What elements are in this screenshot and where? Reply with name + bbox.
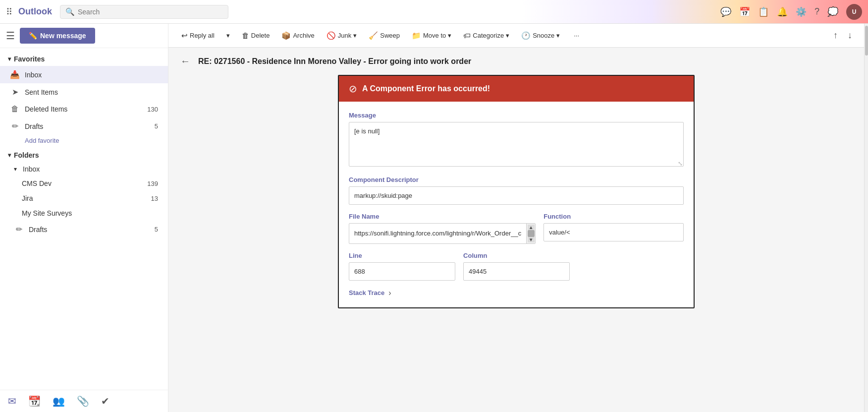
column-input[interactable] <box>463 262 570 281</box>
message-section: Message ⤡ <box>349 112 684 168</box>
search-icon: 🔍 <box>65 7 75 16</box>
resize-handle: ⤡ <box>678 160 683 167</box>
app-grid-icon[interactable]: ⠿ <box>6 6 12 17</box>
error-header: ⊘ A Component Error has occurred! <box>339 76 694 102</box>
categorize-button[interactable]: 🏷 Categorize ▾ <box>458 28 514 43</box>
folders-label: Folders <box>14 151 39 159</box>
cms-dev-label: CMS Dev <box>22 179 142 187</box>
sidebar-item-folders-drafts[interactable]: ✏ Drafts 5 <box>0 221 168 238</box>
right-scrollbar <box>864 24 868 412</box>
chevron-down-icon-folders: ▾ <box>8 152 11 159</box>
sweep-button[interactable]: 🧹 Sweep <box>364 28 405 43</box>
delete-button[interactable]: 🗑 Delete <box>237 28 275 43</box>
email-view: ← RE: 0271560 - Residence Inn Moreno Val… <box>168 48 864 412</box>
chat-icon[interactable]: 💬 <box>720 6 731 17</box>
inbox-label: Inbox <box>25 71 158 79</box>
tasks-bottom-icon[interactable]: ✔ <box>101 395 109 407</box>
back-button[interactable]: ← <box>178 54 192 69</box>
junk-chevron: ▾ <box>353 32 357 39</box>
top-bar: ⠿ Outlook 🔍 💬 📅 📋 🔔 ⚙️ ? 💭 U <box>0 0 868 24</box>
favorites-section[interactable]: ▾ Favorites <box>0 52 168 66</box>
message-textarea[interactable] <box>349 122 684 167</box>
search-input[interactable] <box>78 8 217 16</box>
sent-icon: ➤ <box>10 87 20 97</box>
snooze-chevron: ▾ <box>556 32 560 39</box>
new-message-button[interactable]: ✏️ New message <box>20 28 95 44</box>
avatar[interactable]: U <box>846 4 862 20</box>
sidebar-item-drafts[interactable]: ✏ Drafts 5 <box>0 118 168 135</box>
sticky-note-icon[interactable]: 📋 <box>758 6 769 17</box>
sidebar-item-my-site-surveys[interactable]: My Site Surveys <box>0 206 168 221</box>
bell-icon[interactable]: 🔔 <box>777 6 788 17</box>
junk-button[interactable]: 🚫 Junk ▾ <box>322 28 362 43</box>
email-content-box: ⊘ A Component Error has occurred! Messag… <box>338 75 695 308</box>
feedback-icon[interactable]: 💭 <box>827 6 838 17</box>
drafts-icon: ✏ <box>10 121 20 131</box>
sidebar-item-cms-dev[interactable]: CMS Dev 139 <box>0 176 168 191</box>
content-area: ↩ Reply all ▾ 🗑 Delete 📦 Archive 🚫 Junk … <box>168 24 864 412</box>
help-icon[interactable]: ? <box>814 6 819 17</box>
email-subject: RE: 0271560 - Residence Inn Moreno Valle… <box>198 57 471 66</box>
toolbar: ↩ Reply all ▾ 🗑 Delete 📦 Archive 🚫 Junk … <box>168 24 864 48</box>
compose-icon: ✏️ <box>29 32 37 40</box>
chevron-down-icon: ▾ <box>8 56 11 62</box>
my-site-surveys-label: My Site Surveys <box>22 209 158 217</box>
calendar-icon[interactable]: 📅 <box>739 6 750 17</box>
folders-section[interactable]: ▾ Folders <box>0 148 168 162</box>
app-name: Outlook <box>18 6 52 17</box>
scroll-up-btn[interactable]: ▲ <box>528 225 535 230</box>
mail-bottom-icon[interactable]: ✉ <box>8 395 16 407</box>
sweep-icon: 🧹 <box>369 31 378 40</box>
calendar-bottom-icon[interactable]: 📆 <box>28 395 41 407</box>
sidebar-item-deleted[interactable]: 🗑 Deleted Items 130 <box>0 101 168 118</box>
form-body: Message ⤡ Component Descriptor <box>339 102 694 307</box>
chevron-down-icon-inbox: ▾ <box>14 166 17 173</box>
component-descriptor-section: Component Descriptor <box>349 176 684 205</box>
function-col: Function <box>543 213 684 244</box>
delete-icon: 🗑 <box>242 31 249 40</box>
file-name-col: File Name https://sonifi.lightning.force… <box>349 213 536 244</box>
component-descriptor-input[interactable] <box>349 186 684 205</box>
scroll-down-btn[interactable]: ▼ <box>528 237 535 242</box>
folders-inbox[interactable]: ▾ Inbox <box>0 162 168 176</box>
prev-email-button[interactable]: ↑ <box>829 28 842 43</box>
add-favorite-link[interactable]: Add favorite <box>0 135 168 148</box>
right-scroll-thumb <box>865 26 868 56</box>
archive-icon: 📦 <box>281 31 291 40</box>
sidebar-bottom: ✉ 📆 👥 📎 ✔ <box>0 390 168 412</box>
people-bottom-icon[interactable]: 👥 <box>53 395 65 407</box>
sidebar-item-jira[interactable]: Jira 13 <box>0 191 168 206</box>
folders-drafts-label: Drafts <box>29 226 150 234</box>
line-input[interactable] <box>349 262 455 281</box>
snooze-button[interactable]: 🕐 Snooze ▾ <box>516 28 565 43</box>
message-textarea-wrapper: ⤡ <box>349 122 684 168</box>
attachment-bottom-icon[interactable]: 📎 <box>77 395 89 407</box>
drafts-label: Drafts <box>25 122 150 130</box>
deleted-label: Deleted Items <box>25 105 142 113</box>
more-button[interactable]: ··· <box>569 29 584 42</box>
next-email-button[interactable]: ↓ <box>844 28 856 43</box>
sidebar-item-sent[interactable]: ➤ Sent Items <box>0 83 168 101</box>
sent-label: Sent Items <box>25 88 158 96</box>
stack-trace-row[interactable]: Stack Trace › <box>349 289 684 297</box>
reply-all-chevron-icon: ▾ <box>226 32 230 39</box>
favorites-label: Favorites <box>14 55 45 63</box>
reply-all-icon: ↩ <box>181 31 188 40</box>
file-name-label: File Name <box>349 213 536 220</box>
file-function-row: File Name https://sonifi.lightning.force… <box>349 213 684 244</box>
archive-button[interactable]: 📦 Archive <box>276 28 319 43</box>
move-to-icon: 📁 <box>412 31 421 40</box>
gear-icon[interactable]: ⚙️ <box>796 6 807 17</box>
function-input[interactable] <box>543 223 684 241</box>
snooze-icon: 🕐 <box>521 31 531 40</box>
toolbar-nav: ↑ ↓ <box>829 28 856 43</box>
reply-all-dropdown[interactable]: ▾ <box>221 29 235 42</box>
column-label: Column <box>463 252 570 259</box>
move-to-button[interactable]: 📁 Move to ▾ <box>407 28 456 43</box>
categorize-chevron: ▾ <box>506 32 509 39</box>
reply-all-button[interactable]: ↩ Reply all <box>176 28 219 43</box>
hamburger-icon[interactable]: ☰ <box>6 30 15 42</box>
sidebar-item-inbox[interactable]: 📥 Inbox <box>0 66 168 83</box>
jira-badge: 13 <box>151 195 158 202</box>
folders-inbox-label: Inbox <box>23 165 40 173</box>
